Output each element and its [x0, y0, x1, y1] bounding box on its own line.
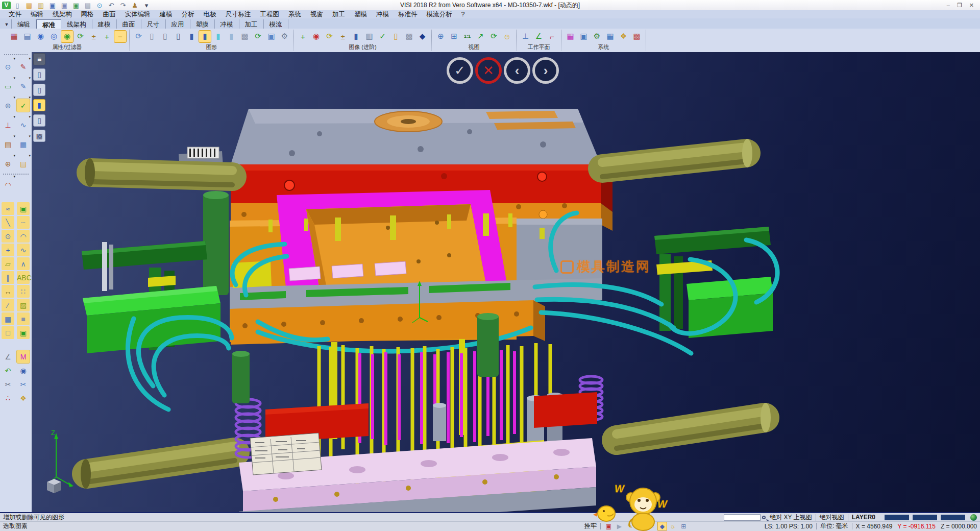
tab-dropdown-icon[interactable]: ▼ — [2, 20, 11, 29]
workplane-entity-icon[interactable]: ∠ — [533, 31, 545, 42]
tab[interactable]: 尺寸 — [141, 19, 166, 29]
eye-plusminus-icon[interactable]: ± — [88, 31, 100, 42]
menu-item[interactable]: 分析 — [177, 10, 199, 19]
pipes-icon[interactable]: ≈ — [2, 202, 14, 215]
menu-item[interactable]: 线架构 — [48, 10, 77, 19]
swatch-3[interactable] — [941, 515, 965, 520]
moldflow-icon[interactable]: M — [17, 350, 30, 363]
grab-hand-icon[interactable]: ❖ — [17, 392, 30, 404]
polyline-icon[interactable]: ∧ — [17, 257, 30, 270]
open-file-icon[interactable]: ▤ — [24, 1, 34, 10]
menu-item[interactable]: 曲面 — [99, 10, 120, 19]
plane-frame-icon[interactable]: ▭ — [2, 80, 14, 92]
zoom-scale-icon[interactable]: ⊕ — [435, 31, 447, 42]
cylinder-regen-icon[interactable]: ⟳ — [252, 31, 264, 42]
cylinder-dashed-icon[interactable]: ▯ — [173, 31, 184, 42]
multi-cube-icon[interactable]: ▣ — [17, 326, 30, 339]
units-indicator[interactable]: 单位: 毫米 — [820, 522, 848, 530]
shaded-view-smiley-icon[interactable]: ☺ — [501, 31, 513, 42]
menu-item[interactable]: 文件 — [4, 10, 26, 19]
next-button[interactable]: › — [532, 57, 559, 84]
mold-3d-view[interactable] — [32, 52, 980, 512]
minimize-button[interactable]: – — [947, 2, 950, 9]
point-grid-icon[interactable]: ∷ — [17, 285, 30, 298]
tab[interactable]: 标准 — [36, 19, 61, 29]
striped-cylinder-icon[interactable]: ▥ — [363, 31, 375, 42]
render-settings-icon[interactable]: ⚙ — [279, 31, 290, 42]
cylinder-wireframe-icon[interactable]: ▯ — [146, 31, 158, 42]
tab[interactable]: 编辑 — [11, 19, 36, 29]
line-icon[interactable]: ╲ — [2, 216, 14, 229]
insert-file-icon[interactable]: ▥ — [36, 1, 46, 10]
shaded-mode-icon[interactable]: ▮ — [33, 99, 45, 111]
absolute-view[interactable]: 绝对视图 — [820, 513, 844, 522]
globe-icon[interactable] — [970, 514, 977, 521]
cylinder-mesh-icon[interactable]: ▩ — [239, 31, 251, 42]
tab[interactable]: 应用 — [166, 19, 190, 29]
menu-item[interactable]: 实体编辑 — [120, 10, 155, 19]
tab[interactable]: 线架构 — [61, 19, 92, 29]
verified-cylinder-icon[interactable]: ✓ — [377, 31, 388, 42]
menu-item[interactable]: 尺寸标注 — [221, 10, 256, 19]
tab[interactable]: 加工 — [239, 19, 264, 29]
tab[interactable]: 建模 — [92, 19, 117, 29]
cylinder-copy-icon[interactable]: ▣ — [265, 31, 277, 42]
arc-icon[interactable]: ◠ — [17, 230, 30, 243]
undo-icon[interactable]: ↶ — [106, 1, 116, 10]
system-config-icon[interactable]: ⚙ — [591, 31, 603, 42]
view-reference[interactable]: 绝对 XY 上视图 — [770, 513, 812, 522]
flat-mode-icon[interactable]: ▯ — [33, 114, 45, 127]
cube-eye-icon[interactable]: ◉ — [17, 364, 30, 377]
hidden-line-mode-icon[interactable]: ▯ — [33, 84, 45, 96]
zoom-dynamic-icon[interactable]: ⊕ — [2, 99, 14, 112]
regen-graphics-icon[interactable]: ⟳ — [133, 31, 144, 42]
solids-add-icon[interactable]: + — [297, 31, 309, 42]
menu-item[interactable]: 系统 — [284, 10, 306, 19]
tab[interactable]: 冲模 — [215, 19, 239, 29]
solid-cylinder-icon[interactable]: ▮ — [350, 31, 362, 42]
confirm-box-icon[interactable]: ✓ — [17, 99, 30, 112]
menu-item[interactable]: 工程图 — [256, 10, 284, 19]
tab[interactable]: 曲面 — [117, 19, 141, 29]
solids-plusminus-icon[interactable]: ± — [337, 31, 349, 42]
shaded-solid-icon[interactable]: ◆ — [416, 31, 428, 42]
menu-item[interactable]: 建模 — [155, 10, 177, 19]
eye-remove-icon[interactable]: ◎ — [48, 31, 60, 42]
sidebar-grip[interactable] — [4, 54, 28, 56]
save-as-icon[interactable]: ▣ — [59, 1, 69, 10]
zoom-select-icon[interactable]: ⊙ — [2, 60, 14, 73]
undo-feature-icon[interactable]: ↶ — [2, 364, 14, 377]
dimension-icon[interactable]: ↔ — [2, 285, 14, 298]
layers-palette-icon[interactable]: ▤ — [2, 138, 14, 151]
slope-lines-icon[interactable]: ⁄ — [2, 299, 14, 311]
close-button[interactable]: ✕ — [969, 2, 974, 9]
rgb-balls-icon[interactable]: ∴ — [2, 392, 14, 404]
previous-button[interactable]: ‹ — [504, 57, 530, 84]
menu-item[interactable]: 电极 — [199, 10, 221, 19]
search-input[interactable] — [724, 514, 761, 521]
hatch-icon[interactable]: ▨ — [17, 299, 30, 311]
solids-group-icon[interactable]: ▣ — [17, 202, 30, 215]
spline-icon[interactable]: ∿ — [17, 244, 30, 256]
view-menu-icon[interactable]: ≡ — [33, 53, 45, 65]
erase-sketch-icon[interactable]: ✎ — [17, 60, 30, 73]
cylinder-shaded-icon[interactable]: ▮ — [186, 31, 198, 42]
menu-item[interactable]: 网格 — [77, 10, 99, 19]
tagged-cylinder-icon[interactable]: ▯ — [390, 31, 402, 42]
menu-item[interactable]: 塑模 — [350, 10, 372, 19]
table-settings-icon[interactable]: ▦ — [604, 31, 616, 42]
profile-icon[interactable]: ▱ — [2, 257, 14, 270]
trim-icon[interactable]: ✂ — [17, 378, 30, 391]
solid-cube-icon[interactable]: ■ — [17, 312, 30, 325]
save-icon[interactable]: ▣ — [47, 1, 58, 10]
mesh-cylinder-icon[interactable]: ▩ — [403, 31, 415, 42]
solids-regen-icon[interactable]: ⟳ — [324, 31, 335, 42]
visi-logo[interactable]: V — [2, 2, 11, 9]
point-icon[interactable]: + — [2, 244, 14, 256]
new-file-icon[interactable]: ▯ — [12, 1, 22, 10]
pan-view-icon[interactable]: ↗ — [475, 31, 486, 42]
mesh-mode-icon[interactable]: ▩ — [33, 130, 45, 142]
screen-settings-icon[interactable]: ▣ — [578, 31, 590, 42]
save-all-icon[interactable]: ▣ — [71, 1, 81, 10]
move-axis-icon[interactable]: ∠ — [2, 350, 14, 363]
